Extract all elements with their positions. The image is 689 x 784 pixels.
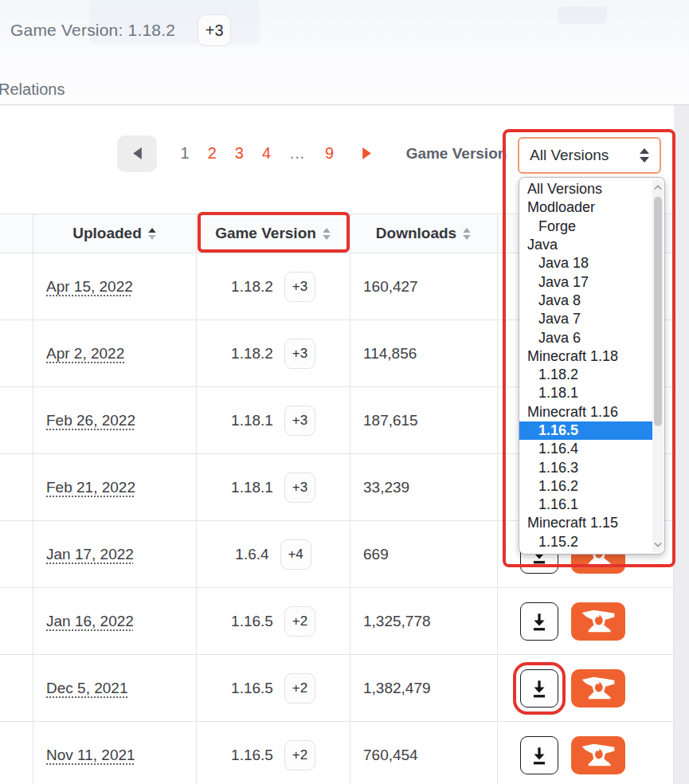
chevron-left-icon xyxy=(131,147,143,160)
more-versions-badge[interactable]: +2 xyxy=(284,606,315,637)
uploaded-cell: Apr 2, 2022 xyxy=(33,320,197,386)
version-option[interactable]: Java 6 xyxy=(519,328,652,347)
page-link[interactable]: 2 xyxy=(208,144,217,163)
relations-link[interactable]: Relations xyxy=(0,80,65,99)
scrollbar-thumb[interactable] xyxy=(654,197,662,426)
version-dropdown: All VersionsModloaderForgeJavaJava 18Jav… xyxy=(519,177,665,555)
anvil-icon xyxy=(581,742,616,768)
downloads-column-header[interactable]: Downloads xyxy=(350,214,498,253)
uploaded-date-link[interactable]: Nov 11, 2021 xyxy=(46,747,135,764)
version-option[interactable]: Java 7 xyxy=(519,310,652,328)
scroll-up-icon[interactable] xyxy=(652,181,664,194)
file-type-cell xyxy=(0,521,33,587)
more-versions-badge[interactable]: +2 xyxy=(284,740,315,770)
download-icon xyxy=(529,745,550,766)
uploaded-date-link[interactable]: Feb 26, 2022 xyxy=(46,412,135,429)
uploaded-cell: Jan 16, 2022 xyxy=(33,588,197,654)
pagination: 1234…9 Game Version xyxy=(117,131,507,175)
downloads-cell: 760,454 xyxy=(350,722,498,784)
version-option[interactable]: 1.18.1 xyxy=(519,384,652,402)
anvil-icon xyxy=(581,675,616,701)
version-option[interactable]: Java 8 xyxy=(519,292,652,310)
more-versions-badge[interactable]: +2 xyxy=(284,673,315,704)
version-option[interactable]: 1.16.4 xyxy=(519,440,652,458)
file-type-cell xyxy=(0,387,33,453)
previous-page-button[interactable] xyxy=(117,135,157,172)
version-option[interactable]: Minecraft 1.18 xyxy=(519,347,652,366)
uploaded-column-header[interactable]: Uploaded xyxy=(33,214,197,253)
next-page-button[interactable] xyxy=(361,147,373,160)
downloads-cell: 114,856 xyxy=(350,320,498,386)
uploaded-date-link[interactable]: Feb 21, 2022 xyxy=(46,479,135,496)
version-option[interactable]: All Versions xyxy=(519,180,652,198)
downloads-cell: 33,239 xyxy=(350,454,498,520)
downloads-cell: 1,325,778 xyxy=(350,588,498,654)
game-version-column-header[interactable]: Game Version xyxy=(197,214,350,253)
version-option[interactable]: Java xyxy=(519,236,652,254)
game-version-cell: 1.16.5 +2 xyxy=(197,655,350,721)
game-version-cell: 1.16.5 +2 xyxy=(197,588,350,654)
game-version-value: 1.18.1 xyxy=(231,479,273,496)
downloads-count: 1,382,479 xyxy=(363,680,431,697)
more-versions-badge[interactable]: +3 xyxy=(284,406,315,436)
version-option[interactable]: 1.16.3 xyxy=(519,458,652,476)
game-version-cell: 1.6.4 +4 xyxy=(197,521,350,587)
file-type-cell xyxy=(0,722,33,784)
version-select[interactable]: All Versions xyxy=(518,137,661,174)
version-option[interactable]: 1.16.2 xyxy=(519,477,652,496)
version-option[interactable]: Java 17 xyxy=(519,272,652,291)
sort-asc-icon xyxy=(147,227,157,241)
downloads-count: 114,856 xyxy=(363,345,417,363)
uploaded-date-link[interactable]: Dec 5, 2021 xyxy=(46,680,127,697)
version-option[interactable]: Forge xyxy=(519,218,652,236)
version-option-list: All VersionsModloaderForgeJavaJava 18Jav… xyxy=(519,180,652,551)
forge-install-button[interactable] xyxy=(571,602,625,641)
uploaded-cell: Feb 21, 2022 xyxy=(33,454,197,520)
game-version-value: 1.16.5 xyxy=(231,747,273,764)
version-option[interactable]: 1.18.2 xyxy=(519,366,652,384)
page-link[interactable]: 3 xyxy=(235,144,244,163)
page-link: … xyxy=(289,144,307,163)
section-divider xyxy=(0,104,689,105)
version-option[interactable]: Minecraft 1.16 xyxy=(519,403,652,421)
scroll-down-icon[interactable] xyxy=(652,538,664,551)
downloads-cell: 669 xyxy=(350,521,498,587)
forge-install-button[interactable] xyxy=(571,736,625,774)
dropdown-scrollbar[interactable] xyxy=(652,179,664,552)
more-versions-badge[interactable]: +3 xyxy=(284,272,315,302)
more-versions-badge[interactable]: +3 xyxy=(198,14,231,46)
uploaded-date-link[interactable]: Jan 17, 2022 xyxy=(46,546,134,563)
game-version-value: 1.16.5 xyxy=(231,680,273,697)
game-version-cell: 1.18.1 +3 xyxy=(197,387,350,453)
page: Game Version: 1.18.2 +3 Relations 1234…9… xyxy=(0,0,689,784)
game-version-cell: 1.18.2 +3 xyxy=(197,253,350,319)
version-option[interactable]: 1.16.5 xyxy=(519,421,652,440)
version-option[interactable]: 1.15.2 xyxy=(519,533,652,551)
version-option[interactable]: Modloader xyxy=(519,198,652,217)
page-link[interactable]: 9 xyxy=(325,144,334,163)
game-version-cell: 1.16.5 +2 xyxy=(197,722,350,784)
version-option[interactable]: Java 18 xyxy=(519,254,652,272)
uploaded-date-link[interactable]: Apr 15, 2022 xyxy=(46,278,133,296)
table-row: Nov 11, 2021 1.16.5 +2 760,454 xyxy=(0,722,674,784)
table-row: Jan 16, 2022 1.16.5 +2 1,325,778 xyxy=(0,588,674,655)
uploaded-cell: Feb 26, 2022 xyxy=(33,387,197,453)
download-button[interactable] xyxy=(520,736,558,774)
uploaded-date-link[interactable]: Apr 2, 2022 xyxy=(46,345,124,363)
uploaded-cell: Apr 15, 2022 xyxy=(33,253,197,319)
uploaded-header-label: Uploaded xyxy=(72,225,142,242)
more-versions-badge[interactable]: +4 xyxy=(280,539,311,570)
more-versions-badge[interactable]: +3 xyxy=(284,339,315,369)
uploaded-date-link[interactable]: Jan 16, 2022 xyxy=(46,613,134,630)
download-button[interactable] xyxy=(520,602,558,641)
version-option[interactable]: Minecraft 1.15 xyxy=(519,514,652,532)
forge-install-button[interactable] xyxy=(571,669,625,708)
file-type-column-header xyxy=(0,214,33,253)
page-link[interactable]: 4 xyxy=(262,144,271,163)
version-option[interactable]: 1.16.1 xyxy=(519,496,652,514)
anvil-icon xyxy=(581,608,616,634)
download-button[interactable] xyxy=(520,669,558,708)
downloads-cell: 160,427 xyxy=(350,253,498,319)
actions-cell xyxy=(498,588,674,654)
more-versions-badge[interactable]: +3 xyxy=(284,472,315,503)
